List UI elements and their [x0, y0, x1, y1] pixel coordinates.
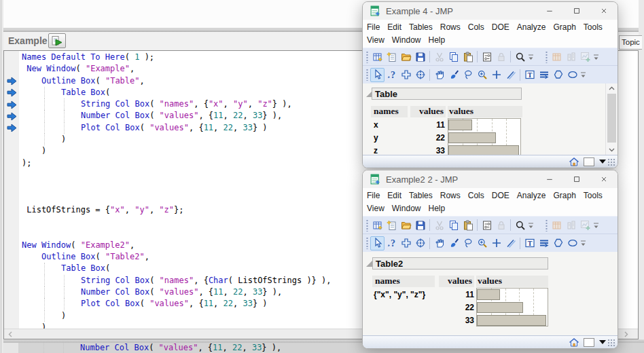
graph-builder-icon[interactable] — [578, 218, 592, 232]
data-table-icon[interactable] — [550, 50, 564, 64]
menu-item-file[interactable]: File — [367, 191, 380, 200]
crosshair-tool-icon[interactable] — [413, 68, 427, 82]
paste-icon[interactable] — [461, 218, 475, 232]
menu-item-help[interactable]: Help — [428, 204, 445, 213]
menu-item-tables[interactable]: Tables — [409, 191, 433, 200]
grabber-tool-icon[interactable] — [432, 236, 446, 250]
toolbar-drag-handle[interactable] — [365, 51, 369, 63]
polygon-annotation-icon[interactable] — [551, 68, 565, 82]
plus-tool-icon[interactable] — [489, 236, 503, 250]
search-icon[interactable] — [513, 50, 527, 64]
home-icon[interactable] — [569, 337, 579, 348]
data-table-icon[interactable] — [550, 218, 564, 232]
toolbar-drag-handle[interactable] — [545, 219, 548, 231]
menu-item-window[interactable]: Window — [392, 204, 421, 213]
menu-item-tools[interactable]: Tools — [584, 22, 603, 32]
minimize-button[interactable] — [536, 2, 563, 20]
vertical-scrollbar[interactable] — [605, 83, 617, 155]
annotate-pen-icon[interactable] — [503, 236, 518, 250]
lasso-tool-icon[interactable] — [461, 236, 475, 250]
toolbar-overflow-icon[interactable] — [592, 219, 600, 232]
magnifier-tool-icon[interactable] — [475, 236, 489, 250]
menu-item-graph[interactable]: Graph — [553, 191, 575, 200]
window-state-box[interactable] — [584, 338, 594, 347]
cut-icon[interactable] — [432, 218, 446, 232]
menu-item-view[interactable]: View — [367, 204, 384, 213]
resize-grip[interactable] — [607, 158, 615, 166]
status-dropdown-icon[interactable] — [599, 160, 606, 167]
resize-grip[interactable] — [607, 339, 615, 347]
oval-annotation-icon[interactable] — [565, 68, 579, 82]
menu-item-graph[interactable]: Graph — [553, 22, 575, 32]
scroll-up-icon[interactable] — [608, 85, 615, 92]
lock-icon[interactable] — [494, 50, 508, 64]
arrow-tool-icon[interactable] — [370, 68, 384, 82]
run-script-button[interactable] — [48, 33, 66, 48]
outline-title[interactable]: Table2 — [372, 257, 548, 270]
plus-tool-icon[interactable] — [489, 68, 503, 82]
new-data-table-icon[interactable] — [370, 50, 384, 64]
paste-icon[interactable] — [461, 50, 475, 64]
help-tool-icon[interactable]: ? — [384, 236, 399, 250]
toolbar-overflow-icon[interactable] — [592, 50, 600, 64]
new-script-icon[interactable] — [384, 50, 399, 64]
close-button[interactable] — [590, 2, 618, 20]
journal-icon[interactable] — [480, 218, 494, 232]
toolbar-drag-handle[interactable] — [545, 51, 548, 63]
menu-item-window[interactable]: Window — [392, 35, 421, 45]
scrollbar-thumb[interactable] — [607, 94, 616, 143]
outline-title[interactable]: Table — [372, 88, 522, 100]
journal-icon[interactable] — [480, 50, 494, 64]
text-annotation-icon[interactable]: T — [522, 236, 537, 250]
brush-tool-icon[interactable] — [446, 236, 461, 250]
menu-item-cols[interactable]: Cols — [468, 191, 484, 200]
menu-item-tools[interactable]: Tools — [584, 191, 603, 200]
menu-item-cols[interactable]: Cols — [468, 22, 484, 32]
close-button[interactable] — [590, 170, 618, 188]
search-icon[interactable] — [513, 218, 527, 232]
columns-viewer-icon[interactable] — [564, 50, 578, 64]
open-file-icon[interactable] — [399, 50, 413, 64]
menu-item-doe[interactable]: DOE — [492, 22, 509, 32]
toolbar-overflow-icon[interactable] — [579, 68, 587, 81]
window-state-box[interactable] — [584, 157, 594, 166]
scroll-left-icon[interactable] — [7, 331, 14, 338]
graph-builder-icon[interactable] — [578, 50, 592, 64]
save-icon[interactable] — [413, 218, 427, 232]
toolbar-drag-handle[interactable] — [365, 69, 369, 81]
lock-icon[interactable] — [494, 218, 508, 232]
minimize-button[interactable] — [536, 170, 563, 188]
menu-item-tables[interactable]: Tables — [409, 22, 433, 32]
toolbar-drag-handle[interactable] — [365, 219, 369, 231]
menu-item-analyze[interactable]: Analyze — [517, 191, 546, 200]
help-tool-icon[interactable]: ? — [384, 68, 399, 82]
line-annotation-icon[interactable] — [537, 68, 551, 82]
topic-help-pane-title[interactable]: Topic He — [619, 35, 642, 50]
polygon-annotation-icon[interactable] — [551, 236, 565, 250]
arrow-tool-icon[interactable] — [370, 236, 384, 250]
selection-tool-icon[interactable] — [399, 236, 413, 250]
grabber-tool-icon[interactable] — [432, 68, 446, 82]
menu-item-rows[interactable]: Rows — [440, 191, 461, 200]
toolbar-drag-handle[interactable] — [365, 237, 369, 249]
magnifier-tool-icon[interactable] — [475, 68, 489, 82]
menu-item-doe[interactable]: DOE — [492, 191, 509, 200]
toolbar-overflow-icon[interactable] — [527, 219, 535, 232]
open-file-icon[interactable] — [399, 218, 413, 232]
home-icon[interactable] — [569, 157, 579, 167]
maximize-button[interactable] — [563, 170, 590, 188]
toolbar-overflow-icon[interactable] — [527, 50, 535, 64]
new-script-icon[interactable] — [384, 218, 399, 232]
copy-icon[interactable] — [446, 218, 461, 232]
selection-tool-icon[interactable] — [399, 68, 413, 82]
menu-item-help[interactable]: Help — [428, 35, 445, 45]
line-annotation-icon[interactable] — [537, 236, 551, 250]
status-dropdown-icon[interactable] — [599, 340, 606, 348]
oval-annotation-icon[interactable] — [565, 236, 579, 250]
scroll-right-icon[interactable] — [622, 331, 630, 338]
annotate-pen-icon[interactable] — [503, 68, 518, 82]
maximize-button[interactable] — [563, 2, 590, 20]
columns-viewer-icon[interactable] — [564, 218, 578, 232]
new-data-table-icon[interactable] — [370, 218, 384, 232]
menu-item-view[interactable]: View — [367, 35, 384, 45]
